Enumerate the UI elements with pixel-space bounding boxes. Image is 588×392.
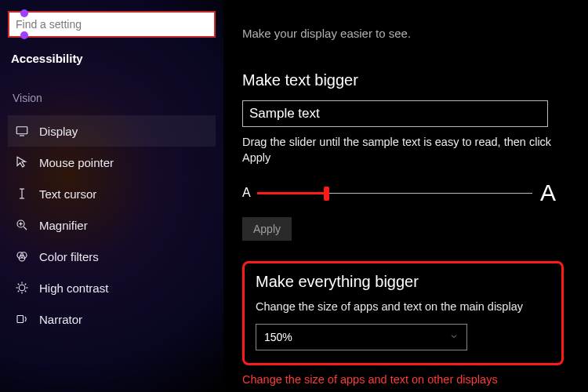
sidebar-item-high-contrast[interactable]: High contrast bbox=[8, 272, 216, 303]
svg-point-14 bbox=[19, 285, 25, 291]
text-cursor-icon bbox=[13, 187, 31, 201]
make-everything-bigger-heading: Make everything bigger bbox=[256, 273, 550, 291]
sidebar-item-display[interactable]: Display bbox=[8, 115, 216, 147]
svg-line-20 bbox=[25, 291, 27, 292]
narrator-icon bbox=[13, 312, 31, 326]
apply-button[interactable]: Apply bbox=[242, 217, 292, 241]
highlight-dot bbox=[20, 9, 28, 17]
mouse-pointer-icon bbox=[13, 155, 31, 169]
intro-text: Make your display easier to see. bbox=[242, 27, 569, 40]
color-filters-icon bbox=[13, 249, 31, 263]
slider-min-label: A bbox=[242, 186, 251, 200]
scale-value: 150% bbox=[264, 331, 292, 343]
display-icon bbox=[13, 124, 31, 138]
magnifier-icon bbox=[13, 218, 31, 232]
sidebar-nav: Display Mouse pointer Text cursor Magnif… bbox=[8, 115, 216, 335]
sidebar: Accessibility Vision Display Mouse point… bbox=[0, 0, 223, 392]
sample-text-box: Sample text bbox=[242, 100, 548, 127]
slider-rest bbox=[326, 193, 532, 194]
svg-rect-23 bbox=[17, 316, 24, 323]
main-content: Make your display easier to see. Make te… bbox=[223, 0, 588, 392]
scale-dropdown[interactable]: 150% bbox=[256, 324, 467, 350]
make-text-bigger-heading: Make text bigger bbox=[242, 71, 569, 89]
highlight-dot bbox=[20, 31, 28, 39]
sidebar-item-magnifier[interactable]: Magnifier bbox=[8, 209, 216, 241]
sidebar-item-label: High contrast bbox=[39, 281, 108, 295]
svg-line-19 bbox=[18, 284, 20, 285]
section-label: Vision bbox=[13, 92, 216, 104]
sidebar-item-mouse-pointer[interactable]: Mouse pointer bbox=[8, 147, 216, 178]
svg-line-21 bbox=[18, 291, 20, 292]
sidebar-item-label: Magnifier bbox=[39, 219, 88, 232]
sidebar-item-label: Mouse pointer bbox=[39, 156, 114, 169]
sidebar-item-label: Narrator bbox=[39, 313, 82, 326]
other-displays-link[interactable]: Change the size of apps and text on othe… bbox=[242, 373, 498, 386]
sidebar-item-label: Color filters bbox=[39, 250, 99, 263]
slider-track[interactable] bbox=[257, 185, 532, 201]
sidebar-item-label: Display bbox=[39, 125, 78, 138]
scale-description: Change the size of apps and text on the … bbox=[256, 300, 550, 313]
sidebar-item-color-filters[interactable]: Color filters bbox=[8, 241, 216, 272]
svg-rect-2 bbox=[16, 127, 27, 134]
page-title: Accessibility bbox=[11, 52, 216, 65]
sidebar-item-text-cursor[interactable]: Text cursor bbox=[8, 178, 216, 209]
text-size-slider[interactable]: A A bbox=[242, 180, 556, 206]
svg-line-8 bbox=[24, 227, 27, 230]
slider-filled bbox=[257, 192, 326, 194]
sidebar-item-label: Text cursor bbox=[39, 187, 96, 201]
search-box[interactable] bbox=[8, 11, 216, 38]
make-everything-bigger-section: Make everything bigger Change the size o… bbox=[242, 261, 564, 365]
sidebar-item-narrator[interactable]: Narrator bbox=[8, 303, 216, 335]
high-contrast-icon bbox=[13, 281, 31, 295]
slider-thumb[interactable] bbox=[324, 187, 329, 201]
svg-line-22 bbox=[25, 284, 27, 285]
chevron-down-icon bbox=[449, 331, 459, 343]
slider-max-label: A bbox=[540, 180, 556, 206]
search-input[interactable] bbox=[16, 18, 191, 31]
slider-hint: Drag the slider until the sample text is… bbox=[242, 135, 556, 165]
